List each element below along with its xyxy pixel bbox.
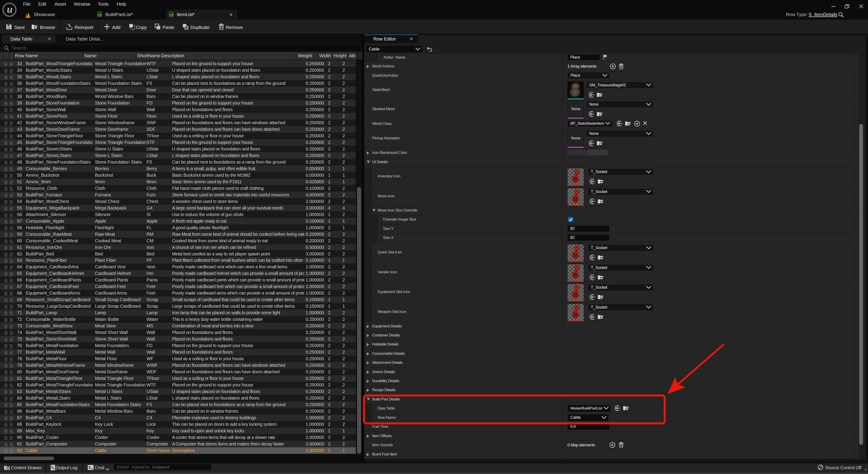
svg-text:u: u [7,3,13,15]
